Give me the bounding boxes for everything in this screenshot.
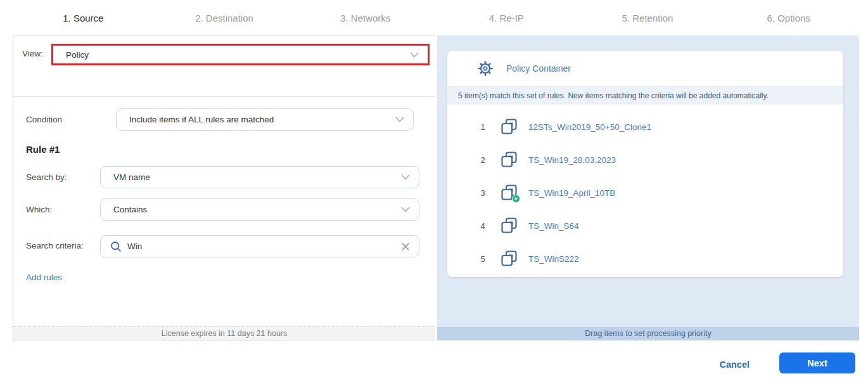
vm-list-item[interactable]: 2 TS_Win19_28.03.2023 — [447, 143, 843, 176]
policy-container-header: Policy Container — [447, 51, 843, 86]
vm-priority-number: 1 — [478, 122, 488, 132]
wizard-steps: 1. Source 2. Destination 3. Networks 4. … — [13, 0, 859, 36]
add-rules-link[interactable]: Add rules — [26, 273, 62, 282]
clear-icon[interactable] — [400, 242, 411, 252]
vm-priority-number: 3 — [478, 188, 488, 198]
vm-name: TS_WinS222 — [528, 254, 579, 264]
view-dropdown[interactable]: Policy — [51, 44, 430, 65]
policy-container-card: Policy Container 5 item(s) match this se… — [447, 51, 843, 277]
view-section: View: Policy — [13, 36, 435, 97]
wizard-step-options[interactable]: 6. Options — [718, 13, 859, 23]
vm-list-item[interactable]: 3 TS_Win19_April_10TB — [447, 176, 843, 209]
which-dropdown-value: Contains — [101, 205, 401, 214]
wizard-step-networks[interactable]: 3. Networks — [295, 13, 436, 23]
vm-priority-number: 4 — [478, 221, 488, 231]
vm-name: TS_Win19_April_10TB — [528, 188, 615, 198]
policy-preview-panel: Policy Container 5 item(s) match this se… — [437, 36, 859, 340]
drag-priority-hint: Drag items to set processing priority — [437, 327, 859, 340]
wizard-step-destination[interactable]: 2. Destination — [154, 13, 295, 23]
search-criteria-input[interactable] — [127, 242, 400, 251]
gear-icon — [478, 61, 493, 76]
search-icon — [110, 240, 122, 253]
search-criteria-field — [100, 235, 419, 257]
search-by-label: Search by: — [26, 172, 67, 182]
license-status: License expires in 11 days 21 hours — [13, 327, 435, 340]
wizard-step-retention[interactable]: 5. Retention — [577, 13, 718, 23]
condition-dropdown-value: Include items if ALL rules are matched — [117, 115, 395, 124]
vm-list-item[interactable]: 5 TS_WinS222 — [447, 242, 843, 275]
vm-priority-number: 2 — [478, 155, 488, 165]
which-dropdown[interactable]: Contains — [100, 198, 419, 221]
rule-title: Rule #1 — [26, 144, 60, 155]
next-button[interactable]: Next — [779, 352, 855, 373]
search-by-dropdown[interactable]: VM name — [100, 166, 419, 188]
search-by-dropdown-value: VM name — [101, 172, 401, 182]
vm-name: TS_Win_S64 — [528, 221, 579, 231]
condition-label: Condition — [26, 115, 62, 124]
vm-list-item[interactable]: 4 TS_Win_S64 — [447, 209, 843, 242]
policy-container-title: Policy Container — [506, 63, 571, 74]
view-dropdown-value: Policy — [53, 50, 410, 60]
chevron-down-icon — [401, 207, 410, 212]
wizard-footer: Cancel Next — [0, 340, 868, 388]
vm-icon — [501, 217, 518, 234]
view-label: View: — [22, 49, 43, 58]
chevron-down-icon — [401, 174, 410, 180]
chevron-down-icon — [410, 52, 419, 58]
rules-panel: View: Policy Condition Include items if … — [13, 36, 435, 340]
vm-name: 12STs_Win2019_50+50_Clone1 — [528, 122, 651, 132]
running-play-badge — [512, 195, 520, 203]
wizard-step-source[interactable]: 1. Source — [13, 13, 154, 23]
source-step-dialog: View: Policy Condition Include items if … — [13, 36, 859, 340]
vm-icon — [501, 152, 518, 168]
chevron-down-icon — [395, 117, 404, 122]
cancel-button[interactable]: Cancel — [719, 359, 750, 370]
vm-icon — [501, 119, 518, 135]
condition-dropdown[interactable]: Include items if ALL rules are matched — [116, 108, 414, 131]
vm-icon — [501, 250, 518, 267]
wizard-step-reip[interactable]: 4. Re-IP — [436, 13, 577, 23]
vm-name: TS_Win19_28.03.2023 — [528, 155, 616, 165]
vm-list-item[interactable]: 1 12STs_Win2019_50+50_Clone1 — [447, 110, 843, 143]
search-criteria-label: Search criteria: — [26, 241, 84, 250]
match-info-bar: 5 item(s) match this set of rules. New i… — [447, 86, 843, 105]
vm-list: 1 12STs_Win2019_50+50_Clone1 2 — [447, 105, 843, 275]
vm-priority-number: 5 — [478, 254, 488, 264]
vm-icon-running — [501, 184, 518, 201]
which-label: Which: — [26, 205, 52, 214]
